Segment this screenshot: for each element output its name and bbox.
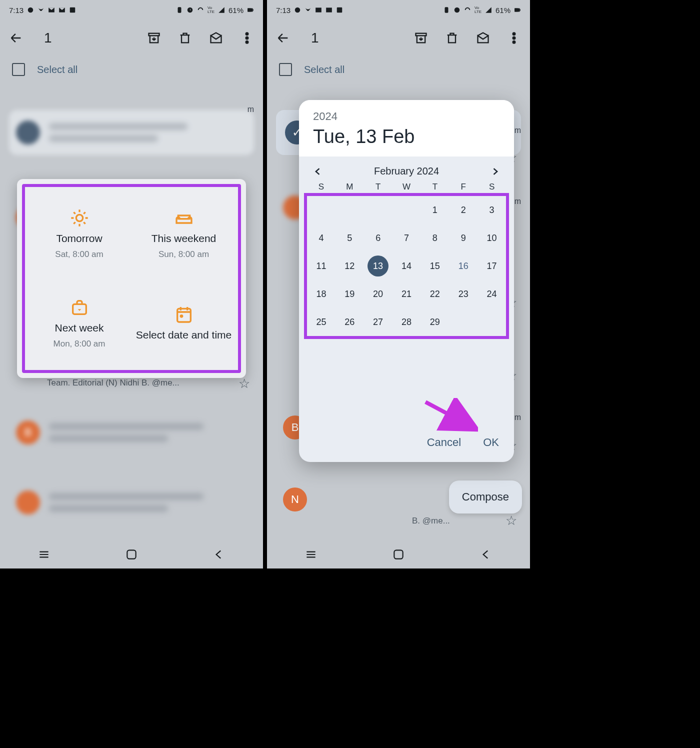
calendar-day[interactable]: 4	[307, 224, 336, 252]
select-all-row[interactable]: Select all	[267, 56, 530, 83]
svg-point-10	[246, 41, 248, 44]
calendar-day[interactable]: 17	[478, 252, 506, 280]
calendar-day[interactable]: 3	[478, 196, 506, 224]
calendar-day[interactable]: 16	[449, 252, 478, 280]
picker-date-label: Tue, 13 Feb	[313, 126, 500, 148]
svg-point-8	[246, 33, 248, 36]
volte-icon: VoLTE	[208, 6, 214, 14]
nav-bar	[0, 540, 263, 568]
delete-icon[interactable]	[445, 31, 459, 45]
calendar-day[interactable]: 2	[449, 196, 478, 224]
prev-month-icon[interactable]	[313, 166, 323, 176]
status-bar: 7:13 VoLTE 61%	[0, 0, 263, 20]
cancel-button[interactable]: Cancel	[427, 436, 461, 449]
calendar-grid: 1234567891011121314151617181920212223242…	[307, 196, 506, 336]
calendar-day[interactable]: 9	[449, 224, 478, 252]
calendar-day[interactable]: 8	[420, 224, 449, 252]
overflow-icon[interactable]	[240, 31, 254, 45]
nav-home-icon[interactable]	[392, 548, 405, 561]
svg-rect-1	[70, 8, 76, 13]
calendar-day[interactable]: 7	[392, 224, 421, 252]
overflow-icon[interactable]	[507, 31, 521, 45]
calendar-day[interactable]: 1	[420, 196, 449, 224]
svg-rect-15	[127, 550, 136, 558]
ok-button[interactable]: OK	[483, 436, 499, 449]
nav-back-icon[interactable]	[212, 548, 226, 561]
compose-label: Compose	[462, 490, 509, 503]
svg-point-16	[295, 8, 300, 13]
svg-rect-21	[520, 9, 520, 11]
status-bar: 7:13 VoLTE 61%	[267, 0, 530, 20]
delete-icon[interactable]	[178, 31, 192, 45]
svg-point-26	[513, 41, 516, 44]
calendar-day[interactable]: 23	[449, 280, 478, 308]
svg-point-25	[513, 37, 516, 40]
nav-bar	[267, 540, 530, 568]
weekday-header: SMTWTFS	[299, 182, 514, 192]
toolbar: 1	[267, 20, 530, 56]
nav-recents-icon[interactable]	[38, 548, 50, 561]
back-icon[interactable]	[9, 31, 23, 45]
nav-recents-icon[interactable]	[304, 548, 318, 561]
calendar-icon	[174, 304, 194, 324]
couch-icon	[174, 208, 194, 228]
briefcase-icon	[70, 298, 90, 318]
mark-read-icon[interactable]	[209, 31, 223, 45]
calendar-day[interactable]: 18	[307, 280, 336, 308]
calendar-day[interactable]: 12	[336, 252, 364, 280]
back-icon[interactable]	[276, 31, 290, 45]
calendar-day[interactable]: 26	[336, 308, 364, 336]
picker-year[interactable]: 2024	[313, 110, 500, 123]
archive-icon[interactable]	[147, 31, 161, 45]
svg-point-11	[76, 215, 82, 222]
calendar-day[interactable]: 10	[478, 224, 506, 252]
calendar-day[interactable]: 19	[336, 280, 364, 308]
snooze-weekend[interactable]: This weekend Sun, 8:00 am	[132, 189, 236, 278]
svg-rect-22	[514, 8, 518, 12]
calendar-day[interactable]: 27	[364, 308, 392, 336]
list-text-snippet: Team. Editorial (N) Nidhi B. @me...	[47, 378, 180, 388]
select-all-checkbox[interactable]	[279, 63, 292, 76]
mark-read-icon[interactable]	[476, 31, 490, 45]
nav-back-icon[interactable]	[480, 548, 492, 561]
calendar-day[interactable]: 11	[307, 252, 336, 280]
calendar-day[interactable]: 13	[364, 252, 392, 280]
calendar-day[interactable]: 21	[392, 280, 421, 308]
compose-button[interactable]: Compose	[449, 480, 522, 514]
picker-header[interactable]: 2024 Tue, 13 Feb	[299, 100, 514, 156]
svg-line-27	[426, 402, 470, 426]
nav-home-icon[interactable]	[125, 548, 138, 561]
select-all-label: Select all	[37, 64, 78, 76]
calendar-day[interactable]: 25	[307, 308, 336, 336]
svg-point-9	[246, 37, 248, 40]
svg-point-19	[454, 8, 460, 13]
svg-point-0	[28, 8, 34, 13]
calendar-day[interactable]: 6	[364, 224, 392, 252]
calendar-day[interactable]: 5	[336, 224, 364, 252]
calendar-day[interactable]: 20	[364, 280, 392, 308]
calendar-day[interactable]: 28	[392, 308, 421, 336]
status-battery: 61%	[228, 6, 244, 14]
svg-rect-5	[253, 9, 254, 11]
svg-point-24	[513, 33, 516, 36]
snooze-tomorrow[interactable]: Tomorrow Sat, 8:00 am	[27, 189, 132, 278]
calendar-day[interactable]: 24	[478, 280, 506, 308]
select-all-checkbox[interactable]	[12, 63, 25, 76]
archive-icon[interactable]	[414, 31, 428, 45]
calendar-day[interactable]: 14	[392, 252, 421, 280]
calendar-day[interactable]: 29	[420, 308, 449, 336]
sun-icon	[70, 208, 90, 228]
svg-rect-13	[177, 309, 190, 322]
snooze-dialog: Tomorrow Sat, 8:00 am This weekend Sun, …	[17, 179, 246, 378]
snooze-custom[interactable]: Select date and time	[132, 278, 236, 368]
selection-count: 1	[44, 30, 130, 46]
next-month-icon[interactable]	[490, 166, 500, 176]
calendar-day[interactable]: 22	[420, 280, 449, 308]
phone-left: 7:13 VoLTE 61% 1	[0, 0, 263, 568]
select-all-row[interactable]: Select all	[0, 56, 263, 83]
date-picker-dialog: 2024 Tue, 13 Feb February 2024 SMTWTFS 1…	[299, 100, 514, 462]
calendar-day[interactable]: 15	[420, 252, 449, 280]
svg-rect-7	[149, 34, 160, 36]
snooze-nextweek[interactable]: Next week Mon, 8:00 am	[27, 278, 132, 368]
month-label: February 2024	[374, 166, 439, 177]
